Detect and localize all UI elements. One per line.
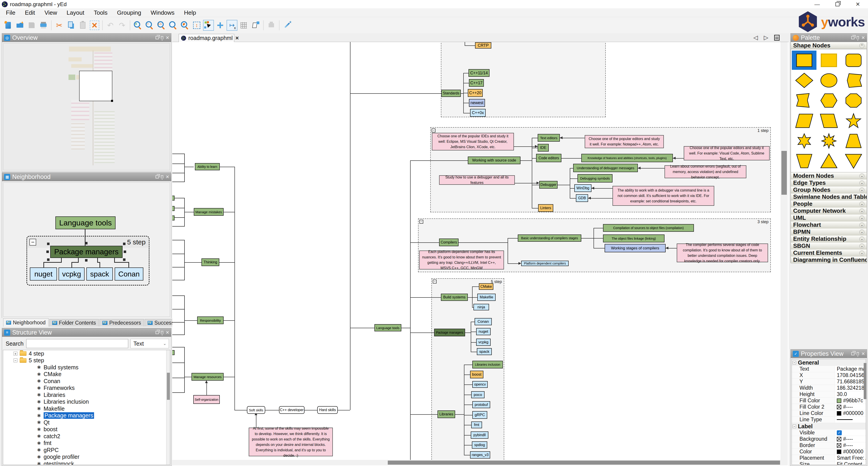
canvas-node-grpc[interactable]: gRPC xyxy=(472,411,487,419)
toolbar-button-grid[interactable] xyxy=(238,20,249,31)
neighborhood-diagram[interactable]: − 5 step Language tools Package managers… xyxy=(3,182,170,317)
canvas-node-ranges-v3[interactable]: ranges_v3 xyxy=(470,451,490,459)
tab-close-icon[interactable]: × xyxy=(236,35,239,41)
palette-section-flowchart[interactable]: Flowchart⌄ xyxy=(791,221,867,228)
tree-item-4-step[interactable]: +4 step xyxy=(3,350,170,357)
palette-section-bpmn[interactable]: BPMN⌄ xyxy=(791,228,867,235)
tree-item-makefile[interactable]: ✱Makefile xyxy=(3,405,170,412)
canvas-group-5-step[interactable]: −5 step xyxy=(431,278,504,460)
close-icon[interactable]: ✕ xyxy=(165,35,169,40)
canvas-node-c++-developer[interactable]: C++ developer xyxy=(279,406,305,414)
palette-section-modern-nodes[interactable]: Modern Nodes⌄ xyxy=(791,172,867,179)
palette-shape-trapezoid[interactable] xyxy=(841,131,866,151)
properties-group-label[interactable]: −Label xyxy=(792,423,866,430)
expand-icon[interactable]: + xyxy=(13,352,18,356)
float-icon[interactable] xyxy=(156,36,159,39)
collapse-icon[interactable]: − xyxy=(793,425,796,428)
graph-canvas[interactable]: −1 step−3 step−5 stepCRTPC++11/14C++17C+… xyxy=(172,42,788,460)
maximize-button[interactable] xyxy=(827,0,848,8)
selection-handle[interactable] xyxy=(47,243,50,245)
canvas-node-manage-resources[interactable]: Manage resources xyxy=(191,373,224,380)
close-icon[interactable]: ✕ xyxy=(861,351,865,357)
palette-shape-trapezoid-2[interactable] xyxy=(792,152,816,171)
palette-shape-triangle-down[interactable] xyxy=(841,152,866,171)
palette-section-entity-relationship[interactable]: Entity Relationship⌄ xyxy=(791,235,867,242)
canvas-note[interactable]: Choose one of the popular IDEs and study… xyxy=(432,133,514,151)
tree-item-catch2[interactable]: ✱catch2 xyxy=(3,433,170,440)
canvas-node-ninja[interactable]: ninja xyxy=(473,304,489,310)
float-icon[interactable] xyxy=(156,175,159,178)
palette-shape-parallelogram[interactable] xyxy=(792,111,816,130)
tree-item-build-systems[interactable]: ✱Build systems xyxy=(3,364,170,371)
tree-item-5-step[interactable]: −5 step xyxy=(3,357,170,364)
tree-item-libraries[interactable]: ✱Libraries xyxy=(3,392,170,398)
overview-viewport[interactable] xyxy=(79,71,112,101)
canvas-node-platform-dependent-compilers[interactable]: Platform dependent compilers xyxy=(521,261,569,266)
canvas-node-working-stages-of-compilers[interactable]: Working stages of compilers xyxy=(604,244,665,252)
neighborhood-node-package-managers[interactable]: Package managers xyxy=(50,246,123,258)
tree-item-frameworks[interactable]: ✱Frameworks xyxy=(3,385,170,392)
canvas-node-crtp[interactable]: CRTP xyxy=(475,42,491,48)
canvas-node-spack[interactable]: spack xyxy=(477,348,492,355)
canvas-node-the-object-files-linkage-linking-[interactable]: The object files linkage (linking) xyxy=(603,234,664,242)
tree-item-qt[interactable]: ✱Qt xyxy=(3,419,170,426)
canvas-node-working-with-source-code[interactable]: Working with source code xyxy=(468,157,521,164)
neighborhood-node-language-tools[interactable]: Language tools xyxy=(55,217,116,229)
canvas-note[interactable]: Choose one of the popular editors and st… xyxy=(585,135,664,148)
canvas-node-thinking[interactable]: Thinking xyxy=(202,258,219,266)
property-value[interactable]: 71.66881859... xyxy=(835,378,866,385)
neighborhood-node-conan[interactable]: Conan xyxy=(115,267,143,280)
canvas-note[interactable]: Learn about common errors (segfault, out… xyxy=(664,165,746,178)
palette-section-current-elements[interactable]: Current Elements⌄ xyxy=(791,249,867,256)
canvas-node-windbg[interactable]: WinDbg xyxy=(574,184,591,192)
property-value[interactable]: 186.32421875 xyxy=(835,385,866,391)
collapse-group-button[interactable]: − xyxy=(420,220,423,224)
canvas-node-soft-skills[interactable]: Soft skills xyxy=(247,406,265,414)
toolbar-button-delete[interactable] xyxy=(89,20,100,31)
selection-handle[interactable] xyxy=(124,251,126,253)
palette-shape-banner-left[interactable] xyxy=(792,91,816,110)
search-filter-dropdown[interactable]: Text ⌄ xyxy=(130,339,169,348)
canvas-node-ability-to-learn[interactable]: Ability to learn xyxy=(195,163,220,170)
menu-item-edit[interactable]: Edit xyxy=(25,9,35,16)
canvas-node-newest[interactable]: newest xyxy=(469,99,485,107)
properties-scrollbar[interactable] xyxy=(863,359,867,426)
selection-handle[interactable] xyxy=(123,243,125,245)
property-value[interactable]: 1708.041562... xyxy=(835,372,866,378)
collapse-group-button[interactable]: − xyxy=(29,239,36,245)
vertical-scrollbar[interactable] xyxy=(780,42,788,460)
dock-tab-neighborhood[interactable]: Neighborhood xyxy=(3,318,49,327)
tab-list-icon[interactable] xyxy=(774,35,780,41)
tree-item-package-managers[interactable]: ✱Package managers xyxy=(3,412,170,419)
menu-item-tools[interactable]: Tools xyxy=(94,9,107,16)
palette-shape-octagon[interactable] xyxy=(841,91,866,110)
canvas-node-debugging-symbols[interactable]: Debugging symbols xyxy=(578,174,613,182)
close-icon[interactable]: ✕ xyxy=(165,174,169,179)
canvas-node-cmake[interactable]: CMake xyxy=(479,283,493,290)
horizontal-scrollbar-thumb[interactable] xyxy=(388,461,780,465)
toolbar-button-paste[interactable] xyxy=(77,20,88,31)
canvas-node-nuget[interactable]: nuget xyxy=(476,328,491,335)
checkbox-checked[interactable]: ✓ xyxy=(837,430,842,435)
tree-item-google-profiler[interactable]: ✱google profiler xyxy=(3,454,170,461)
menu-item-file[interactable]: File xyxy=(6,9,16,16)
canvas-node-c++11-14[interactable]: C++11/14 xyxy=(468,69,490,77)
property-value[interactable]: #---- xyxy=(835,404,866,410)
neighborhood-node-nuget[interactable]: nuget xyxy=(30,267,57,280)
toolbar-button-zoom[interactable] xyxy=(168,20,179,31)
toolbar-button-pan[interactable] xyxy=(215,20,226,31)
pin-icon[interactable] xyxy=(161,331,163,334)
canvas-node-manage-mistakes[interactable]: Manage mistakes xyxy=(194,208,224,216)
property-value[interactable]: #000000 xyxy=(835,410,866,416)
property-value[interactable]: ✓ xyxy=(835,430,866,436)
canvas-node-boost[interactable]: boost xyxy=(470,371,484,378)
document-tab[interactable]: roadmap.graphml × xyxy=(179,34,234,42)
neighborhood-node-vcpkg[interactable]: vcpkg xyxy=(59,267,85,280)
canvas-node-conan[interactable]: Conan xyxy=(474,318,492,325)
canvas-node-responsibility[interactable]: Responsibility xyxy=(197,317,224,324)
minimize-button[interactable]: — xyxy=(807,0,827,8)
palette-section-diagramming-in-confluence-[interactable]: Diagramming in Confluence - ...⌄ xyxy=(791,256,867,263)
pin-icon[interactable] xyxy=(857,352,859,355)
selection-handle[interactable] xyxy=(123,258,125,261)
palette-shape-ellipse[interactable] xyxy=(816,71,841,90)
